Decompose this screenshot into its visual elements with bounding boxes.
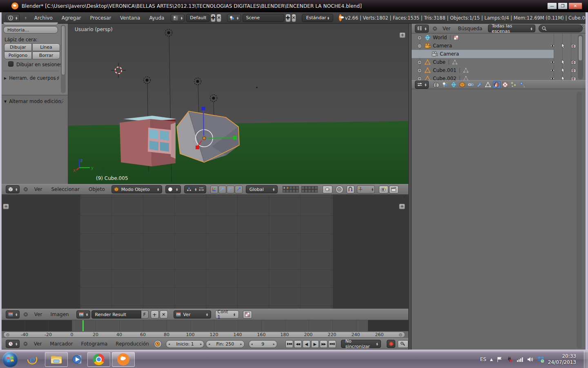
menu-marcador[interactable]: Marcador [50, 341, 73, 347]
shading-select[interactable]: ▲▼ [165, 185, 181, 193]
dropbox-icon[interactable] [537, 356, 544, 363]
snap-toggle-button[interactable] [347, 186, 354, 193]
timeline-scrollbar[interactable] [3, 332, 405, 338]
corner-grip[interactable] [402, 195, 408, 201]
image-new-button[interactable]: + [151, 310, 159, 319]
close-button[interactable]: ✕ [568, 2, 582, 9]
toolshelf-scrollbar-thumb[interactable] [61, 25, 65, 75]
power-plug-icon[interactable] [506, 356, 513, 363]
tab-object[interactable] [459, 81, 466, 88]
record-button[interactable] [387, 340, 395, 348]
maximize-button[interactable]: ❐ [558, 2, 568, 9]
snap-element-select[interactable]: ▲▼ [357, 185, 375, 193]
menu-reproduccion[interactable]: Reproducción [116, 341, 149, 347]
region-expand-tab-left[interactable]: + [3, 204, 9, 209]
renderability-camera-icon[interactable] [571, 59, 577, 65]
collapse-menus-button[interactable]: – [24, 187, 28, 191]
frame-start-field[interactable]: ◂Inicio: 1▸ [166, 340, 204, 348]
menu-ventana[interactable]: Ventana [120, 15, 140, 21]
tab-material-active[interactable] [493, 81, 501, 88]
menu-ver[interactable]: Ver [34, 341, 42, 347]
mode-select[interactable]: Modo Objeto ▲▼ [111, 185, 162, 193]
tab-texture[interactable] [501, 81, 509, 88]
image-editor[interactable]: + + [0, 195, 408, 309]
tray-clock[interactable]: 20:33 24/07/2013 [548, 353, 576, 366]
collapse-icon[interactable]: − [417, 44, 422, 48]
expand-icon[interactable]: + [417, 76, 422, 81]
outliner-row-cube001[interactable]: + Cube.001 | [412, 66, 586, 74]
outliner-row-camera[interactable]: − Camera [412, 42, 586, 50]
tab-scene[interactable] [441, 81, 449, 88]
scrollbar-end-cap[interactable] [399, 333, 402, 337]
jump-end-button[interactable]: ▶▶▮ [328, 340, 336, 348]
tab-physics[interactable] [519, 81, 526, 88]
operator-panel-header[interactable]: ▼ Alternar modo edición [4, 99, 61, 104]
expand-icon[interactable]: + [417, 68, 422, 73]
properties-scrollbar-track[interactable] [577, 92, 582, 348]
taskbar-chrome-button[interactable] [87, 352, 110, 367]
manipulator-translate-button[interactable] [210, 186, 218, 193]
timeline-scroller[interactable]: -40 -20 0 20 40 60 80 100 120 140 160 18… [0, 331, 408, 338]
properties-panel-body[interactable] [412, 89, 586, 351]
scene-delete-button[interactable]: ✕ [292, 14, 296, 22]
region-expand-tab-right[interactable]: + [399, 204, 405, 209]
language-indicator[interactable]: ES [480, 357, 486, 362]
history-button[interactable]: Historia... [3, 26, 58, 34]
outliner-search-input[interactable] [539, 25, 583, 32]
properties-editor-type-select[interactable]: ▲▼ [415, 81, 429, 89]
menu-fotograma[interactable]: Fotograma [81, 341, 108, 347]
frame-end-field[interactable]: ◂Fin: 250▸ [206, 340, 244, 348]
selectability-cursor-icon[interactable] [560, 67, 566, 73]
editor-type-select[interactable]: ▲▼ [6, 14, 20, 22]
renderability-camera-icon[interactable] [571, 67, 577, 73]
outliner-row-world[interactable]: + World | [412, 34, 586, 42]
minimize-button[interactable]: — [547, 2, 557, 9]
outliner-display-select[interactable]: Todas las escenas▲▼ [488, 25, 535, 32]
current-frame-field[interactable]: ◂9▸ [249, 340, 277, 348]
collapse-menus-button[interactable]: – [433, 27, 437, 31]
tab-particles[interactable] [510, 81, 518, 88]
proportional-edit-button[interactable] [336, 186, 343, 193]
selectability-cursor-icon[interactable] [560, 76, 566, 80]
current-frame-marker[interactable] [82, 320, 84, 331]
menu-objeto[interactable]: Objeto [89, 186, 105, 192]
taskbar-wmp-button[interactable] [69, 352, 86, 367]
next-keyframe-button[interactable]: ▶▶ [320, 340, 327, 348]
gp-sessions-checkbox[interactable] [8, 61, 13, 67]
viewport-3d[interactable]: z y x Usuario (persp) (9) Cube.005 + [68, 24, 408, 184]
visibility-eye-icon[interactable] [550, 67, 555, 73]
image-browse-select[interactable]: ▲▼ [76, 310, 90, 319]
tab-object-data[interactable] [484, 81, 492, 88]
menu-agregar[interactable]: Agregar [62, 15, 81, 21]
taskbar-blender-button[interactable] [112, 352, 135, 367]
menu-busqueda[interactable]: Búsqueda [458, 26, 482, 31]
expand-icon[interactable]: + [417, 36, 422, 40]
outliner-row-cube[interactable]: + Cube | [412, 58, 586, 66]
opengl-render-button[interactable] [379, 186, 388, 193]
region-expand-tab[interactable]: + [399, 32, 405, 38]
outliner-row-cube002[interactable]: + Cube.002 | [412, 74, 586, 80]
show-desktop-button[interactable] [584, 351, 588, 368]
house-object[interactable] [120, 116, 176, 166]
time-cursor-toggle[interactable] [154, 340, 162, 348]
render-engine-select[interactable]: Estándar▲▼ [302, 14, 333, 22]
gp-poly-button[interactable]: Polígono [4, 52, 32, 59]
viewport-editor-type-select[interactable]: ▲▼ [6, 185, 20, 193]
selectability-cursor-icon[interactable] [560, 59, 566, 65]
layout-icon-select[interactable]: ▲▼ [171, 14, 185, 22]
menu-ver[interactable]: Ver [34, 312, 42, 317]
gizmo-x-handle[interactable] [196, 146, 199, 149]
rigid-body-panel-header[interactable]: ▶ Herram. de cuerpos r [4, 75, 59, 81]
renderability-camera-icon[interactable] [571, 43, 577, 49]
layer-grid-1[interactable] [283, 186, 299, 193]
menu-ver[interactable]: Ver [34, 186, 42, 192]
orientation-select[interactable]: Global▲▼ [246, 185, 278, 193]
tab-constraints[interactable] [467, 81, 475, 88]
collapse-menus-button[interactable]: – [24, 342, 27, 346]
menu-archivo[interactable]: Archivo [34, 15, 53, 21]
image-unlink-button[interactable]: ✕ [160, 310, 168, 319]
display-channels-select[interactable]: Ver▲▼ [174, 310, 211, 319]
tab-world[interactable] [450, 81, 458, 88]
outliner-editor-type-select[interactable]: ▲▼ [415, 25, 429, 33]
menu-imagen[interactable]: Imagen [50, 312, 69, 317]
